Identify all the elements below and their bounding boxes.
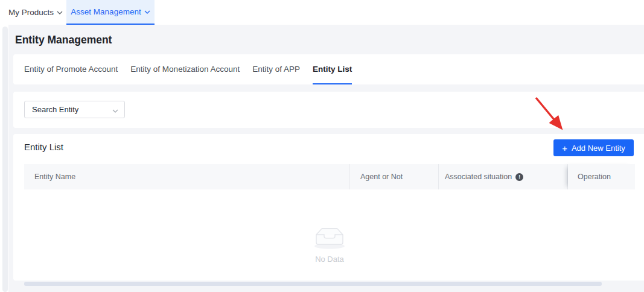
table-header-row: Entity Name Agent or Not Associated situ… — [24, 164, 635, 189]
column-header-associated-situation: Associated situation ! — [439, 164, 568, 189]
page-title: Entity Management — [15, 34, 112, 46]
add-new-entity-button[interactable]: + Add New Entity — [553, 139, 634, 156]
column-header-operation: Operation — [568, 164, 635, 189]
horizontal-scrollbar-thumb[interactable] — [24, 282, 602, 286]
chevron-down-icon — [144, 10, 150, 14]
column-header-entity-name: Entity Name — [24, 164, 350, 189]
table-body: No Data — [24, 189, 635, 277]
entity-list-section-title: Entity List — [24, 142, 63, 152]
info-circle-icon[interactable]: ! — [515, 173, 523, 181]
entity-management-screen: My Products Asset Management Entity Mana… — [0, 0, 644, 292]
tab-entity-of-monetization-account[interactable]: Entity of Monetization Account — [130, 54, 240, 84]
vertical-scrollbar[interactable] — [2, 27, 8, 292]
search-entity-select-value: Search Entity — [32, 105, 112, 114]
search-entity-select[interactable]: Search Entity — [24, 101, 125, 118]
tabs-card: Entity of Promote Account Entity of Mone… — [13, 54, 644, 84]
no-data-text: No Data — [315, 255, 344, 264]
empty-box-icon — [312, 224, 347, 250]
my-products-menu[interactable]: My Products — [8, 0, 63, 25]
chevron-down-icon — [112, 104, 118, 115]
empty-state: No Data — [312, 224, 347, 264]
entity-table: Entity Name Agent or Not Associated situ… — [24, 164, 635, 277]
add-new-entity-button-label: Add New Entity — [572, 144, 625, 153]
entity-list-card: Entity List + Add New Entity Entity Name… — [13, 134, 644, 281]
search-card: Search Entity — [13, 92, 644, 128]
my-products-label: My Products — [8, 8, 54, 17]
tab-entity-of-promote-account[interactable]: Entity of Promote Account — [24, 54, 118, 84]
chevron-down-icon — [57, 11, 63, 14]
tab-entity-list[interactable]: Entity List — [313, 54, 352, 84]
top-nav-bar: My Products Asset Management — [0, 0, 644, 25]
asset-management-menu[interactable]: Asset Management — [66, 0, 155, 25]
tab-bar: Entity of Promote Account Entity of Mone… — [13, 54, 644, 84]
asset-management-label: Asset Management — [71, 7, 141, 16]
plus-icon: + — [562, 144, 567, 153]
tab-entity-of-app[interactable]: Entity of APP — [252, 54, 300, 84]
column-header-agent-or-not: Agent or Not — [350, 164, 439, 189]
